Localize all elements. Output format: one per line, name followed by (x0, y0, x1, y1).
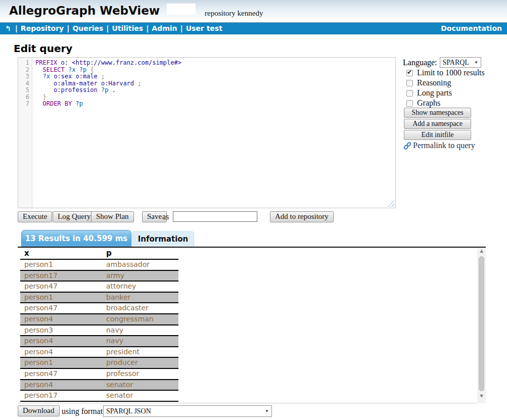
language-row: Language: SPARQL ▼ (403, 57, 481, 68)
cell-p: professor (102, 368, 178, 380)
table-row: person47attorney (20, 281, 178, 292)
table-row: person4senator (20, 380, 178, 391)
query-editor[interactable]: 1 2 3 4 5 6 7 PREFIX o: <http://www.fran… (18, 57, 396, 208)
reasoning-checkbox[interactable] (406, 80, 413, 86)
graphs-checkbox-label: Graphs (417, 99, 440, 108)
format-select-value: SPARQL JSON (106, 407, 151, 415)
permalink-link[interactable]: Permalink to query (403, 141, 475, 150)
line-number: 6 (18, 94, 32, 101)
show-plan-button[interactable]: Show Plan (91, 211, 134, 222)
language-label: Language: (403, 58, 437, 67)
checkbox-row-long-parts: Long parts (406, 88, 452, 98)
long-parts-checkbox-label: Long parts (417, 88, 452, 98)
show-namespaces-button[interactable]: Show namespaces (404, 108, 471, 118)
table-row: person1ambassador (20, 259, 178, 270)
table-row: person4president (20, 347, 178, 358)
table-row: person1banker (20, 292, 178, 303)
add-to-repository-button[interactable]: Add to repository (270, 211, 334, 222)
nav-item-utilities[interactable]: Utilities (112, 24, 143, 32)
line-number-gutter: 1 2 3 4 5 6 7 (18, 58, 32, 208)
vertical-scrollbar[interactable]: ▲ ▼ (477, 248, 486, 403)
nav-item-queries[interactable]: Queries (72, 24, 103, 32)
execute-button[interactable]: Execute (18, 211, 52, 222)
checkbox-row-graphs: Graphs (406, 98, 440, 108)
column-header-p: p (102, 248, 178, 259)
cell-x: person4 (20, 314, 102, 325)
column-header-x: x (20, 248, 102, 259)
cell-x: person3 (20, 325, 102, 336)
code-area[interactable]: PREFIX o: <http://www.franz.com/simple#>… (32, 58, 395, 208)
nav-separator: | (15, 24, 18, 32)
language-select[interactable]: SPARQL ▼ (440, 57, 481, 68)
cell-x: person1 (20, 357, 102, 368)
table-row: person4navy (20, 336, 178, 347)
table-row: person4congressman (20, 314, 178, 325)
page-title: Edit query (14, 42, 72, 55)
download-button[interactable]: Download (18, 405, 60, 416)
cell-p: senator (102, 380, 178, 391)
results-table: x p person1ambassador person17army perso… (20, 248, 178, 402)
format-label: using format (62, 407, 103, 416)
table-row: person17senator (20, 390, 178, 401)
page: AllegroGraph WebView repository kennedy … (0, 0, 507, 420)
scroll-down-icon[interactable]: ▼ (477, 394, 486, 401)
cell-p: attorney (102, 281, 178, 292)
nav-separator: | (67, 24, 69, 32)
chevron-down-icon: ▼ (265, 409, 269, 413)
save-name-input[interactable] (173, 211, 257, 222)
reasoning-checkbox-label: Reasoning (417, 78, 451, 87)
line-number: 2 (18, 67, 32, 74)
cell-p: president (102, 347, 178, 358)
permalink-label: Permalink to query (413, 141, 475, 150)
line-number: 4 (18, 80, 32, 87)
checkbox-row-limit: Limit to 1000 results (406, 68, 485, 78)
limit-checkbox[interactable] (406, 70, 413, 76)
cell-p: ambassador (102, 259, 178, 270)
header: AllegroGraph WebView repository kennedy (0, 0, 507, 22)
scroll-up-icon[interactable]: ▲ (477, 249, 486, 256)
cell-p: banker (102, 292, 178, 303)
chevron-down-icon: ▼ (474, 60, 478, 65)
resize-grip-icon[interactable] (388, 200, 394, 207)
add-namespace-button[interactable]: Add a namespace (404, 119, 471, 129)
nav-item-admin[interactable]: Admin (152, 24, 177, 32)
checkbox-row-reasoning: Reasoning (406, 78, 451, 88)
language-select-value: SPARQL (443, 59, 469, 67)
save-as-label: as (162, 212, 169, 221)
repository-label: repository kennedy (205, 9, 263, 18)
cell-x: person1 (20, 292, 102, 303)
tab-results[interactable]: 13 Results in 40.599 ms (21, 230, 131, 247)
cell-x: person17 (20, 390, 102, 401)
app-title: AllegroGraph WebView (9, 4, 160, 17)
tab-information[interactable]: Information (132, 231, 194, 247)
cell-x: person4 (20, 380, 102, 391)
log-query-button[interactable]: Log Query (53, 211, 96, 222)
back-arrow-icon[interactable]: ↰ (5, 24, 11, 32)
format-select[interactable]: SPARQL JSON ▼ (103, 405, 272, 417)
table-row: person3navy (20, 325, 178, 336)
cell-x: person17 (20, 270, 102, 282)
cell-x: person47 (20, 281, 102, 292)
cell-x: person47 (20, 303, 102, 314)
nav-item-user[interactable]: User test (186, 24, 222, 32)
nav-item-repository[interactable]: Repository (21, 24, 64, 32)
results-header-row: x p (20, 248, 178, 259)
edit-initfile-button[interactable]: Edit initfile (404, 130, 471, 140)
cell-x: person1 (20, 259, 102, 270)
nav-separator: | (146, 24, 149, 32)
scrollbar-thumb[interactable] (479, 256, 484, 391)
results-panel: x p person1ambassador person17army perso… (18, 247, 486, 403)
code-line: PREFIX o: <http://www.franz.com/simple#> (35, 60, 395, 67)
long-parts-checkbox[interactable] (406, 90, 413, 97)
cell-p: producer (102, 357, 178, 368)
code-line: } (35, 94, 395, 101)
cell-p: congressman (102, 314, 178, 325)
code-line: o:alma-mater o:Harvard ; (35, 80, 395, 87)
graphs-checkbox[interactable] (406, 100, 413, 107)
limit-checkbox-label: Limit to 1000 results (417, 68, 485, 77)
line-number: 7 (18, 101, 32, 108)
nav-item-documentation[interactable]: Documentation (441, 24, 502, 32)
cell-p: army (102, 270, 178, 282)
code-line: ORDER BY ?p (35, 101, 395, 108)
nav-bar: ↰ | Repository | Queries | Utilities | A… (0, 22, 507, 34)
